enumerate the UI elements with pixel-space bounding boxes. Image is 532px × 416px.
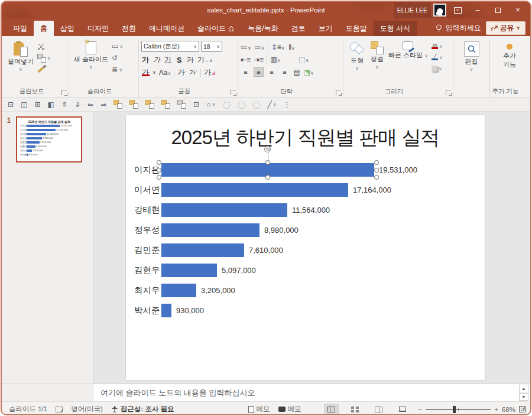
shapes-menu-icon[interactable]: ○∨ [206,100,215,109]
tab-file[interactable]: 파일 [7,21,34,36]
bar-value-label[interactable]: 7,610,000 [249,246,283,255]
align-right-button[interactable]: ≡ [267,67,277,77]
notes-toggle-button[interactable]: 메모 [248,405,270,414]
minimize-button[interactable]: – [469,3,486,17]
slide-layout-button[interactable]: ▭ ∨ [112,42,123,50]
tab-record[interactable]: 녹음/녹화 [241,21,284,36]
account-name[interactable]: ELLIE LEE [394,2,431,18]
underline-button[interactable]: 가 [164,55,172,65]
font-dialog-launcher[interactable] [231,90,236,95]
comments-toggle-button[interactable]: 메모 [278,405,301,414]
resize-handle[interactable] [374,168,379,173]
more-commands-icon[interactable]: ⋮ [284,100,291,109]
bar-value-label[interactable]: 19,531,000 [379,165,417,174]
bar[interactable] [161,243,244,257]
bring-to-front-icon[interactable] [145,100,154,109]
slideshow-view-button[interactable] [395,404,410,415]
shape-outline-button[interactable]: ╱∨ [432,53,443,61]
format-painter-button[interactable] [37,66,51,74]
quick-styles-button[interactable]: 빠른 스타일 ∨ [386,40,430,61]
shape-fill-button[interactable]: ▨∨ [432,42,443,50]
increase-font-size-button[interactable]: 가ˆ [177,67,186,77]
tab-animations[interactable]: 애니메이션 [142,21,191,36]
resize-handle[interactable] [374,175,379,180]
line-spacing-button[interactable]: ⇕≡∨ [271,43,285,51]
bring-forward-icon[interactable] [113,100,122,109]
bar-category-label[interactable]: 김현우 [134,265,161,276]
maximize-button[interactable] [489,3,507,17]
bar[interactable] [161,163,374,177]
bar-category-label[interactable]: 이지은 [134,164,161,176]
editing-button[interactable]: 편집∨ [456,40,487,74]
paste-button[interactable]: 붙여넣기∨ [5,40,36,76]
tab-shape-format[interactable]: 도형 서식 [374,21,417,36]
send-backward-icon[interactable] [129,100,138,109]
numbering-button[interactable]: ≕∨ [254,43,265,51]
drawing-dialog-launcher[interactable] [446,90,451,95]
slide-sorter-view-button[interactable] [348,404,363,415]
tell-me-box[interactable]: 입력하세요 [436,23,481,33]
copy-button[interactable]: ∨ [37,54,51,62]
zoom-slider-thumb[interactable] [453,406,456,413]
slide-title-textbox[interactable]: 2025년 하반기 직원별 판매 실적 [126,125,485,151]
clear-formatting-button[interactable]: 가◢ [204,67,215,77]
bar-category-label[interactable]: 정우성 [134,225,161,236]
zoom-slider[interactable] [426,409,491,410]
paste-special-icon[interactable] [177,100,186,109]
font-size-select[interactable]: 18∨ [201,41,222,52]
reading-view-button[interactable] [371,404,387,415]
align-left-button[interactable]: ≡ [241,67,251,77]
bar[interactable] [161,203,287,217]
bar-category-label[interactable]: 이서연 [134,184,161,196]
cut-button[interactable] [37,42,51,50]
zoom-level[interactable]: 68% [502,406,515,413]
scroll-up-button[interactable]: ▲ [519,385,528,392]
increase-indent-button[interactable]: ⇥≡ [254,56,264,64]
bar-value-label[interactable]: 5,097,000 [222,266,256,275]
addins-button[interactable]: 추가 기능 [492,40,527,70]
tab-design[interactable]: 디자인 [81,21,115,36]
tab-transitions[interactable]: 전환 [115,21,142,36]
distribute-text-button[interactable]: ▤ [293,68,301,76]
tab-insert[interactable]: 삽입 [54,21,81,36]
resize-handle[interactable] [157,175,161,180]
align-middle-icon[interactable]: ◧ [47,100,54,109]
bar-category-label[interactable]: 박서준 [134,305,161,316]
decrease-indent-button[interactable]: ⇤≡ [241,56,251,64]
tab-review[interactable]: 검토 [285,21,312,36]
ribbon-display-options-button[interactable] [449,3,466,17]
bar-category-label[interactable]: 강태현 [134,204,161,216]
language-button[interactable]: 영어(미국) [71,405,103,414]
distribute-vertical-icon[interactable]: ⊞ [34,100,40,109]
arrange-button[interactable]: 정렬∨ [368,40,386,72]
section-button[interactable]: ≣ ∨ [112,66,123,74]
slide-layout-icon[interactable]: ⊡ [193,100,199,109]
bar-value-label[interactable]: 8,980,000 [264,226,299,235]
bar-value-label[interactable]: 17,164,000 [353,186,391,194]
zoom-in-button[interactable]: + [494,406,498,413]
shapes-button[interactable]: 도형∨ [346,40,368,73]
move-up-icon[interactable]: ⇑ [61,100,67,109]
share-button[interactable]: 공유∨ [486,21,526,35]
align-bottom-icon[interactable]: ⊟ [8,100,14,109]
align-text-button[interactable]: ⬚∨ [299,56,309,64]
bar-value-label[interactable]: 930,000 [176,306,204,315]
shape-effects-button[interactable]: ∨ [432,64,443,73]
bar-category-label[interactable]: 김민준 [134,245,161,256]
tab-slideshow[interactable]: 슬라이드 쇼 [191,21,241,36]
accessibility-button[interactable]: 접근성: 조사 필요 [111,405,174,414]
bar-category-label[interactable]: 최지우 [134,285,161,296]
slide-indicator[interactable]: 슬라이드 1/1 [9,405,47,414]
spellcheck-button[interactable] [56,407,63,412]
normal-view-button[interactable] [324,404,339,415]
align-center-icon[interactable]: ◫ [21,100,27,109]
user-avatar[interactable] [433,4,446,17]
notes-input[interactable]: 여기에 슬라이드 노트의 내용을 입력하십시오 [93,384,530,401]
slide-thumbnail[interactable]: 2025년 하반기 직원별 판매 실적 이지은19,531,000이서연17,1… [16,116,82,162]
send-to-back-icon[interactable] [161,100,170,109]
clipboard-dialog-launcher[interactable] [61,90,67,95]
text-shadow-button[interactable]: S [175,56,183,64]
scroll-down-button[interactable]: ▼ [519,393,528,401]
bar[interactable] [161,304,171,317]
nudge-left-icon[interactable]: ⇐ [87,100,93,109]
